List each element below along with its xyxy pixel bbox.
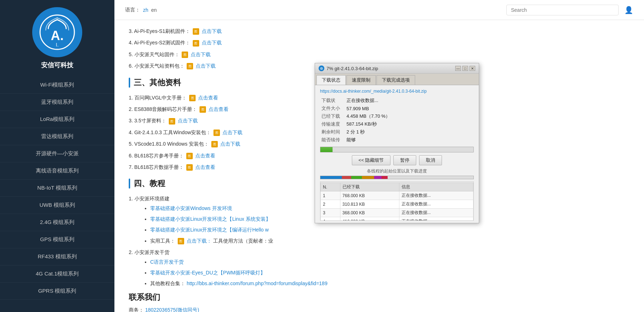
thread-table-wrapper[interactable]: N. 已经下载 信息 1768.000 KB正在接收数据...2310.813 …	[320, 181, 474, 221]
link-icon: 图	[186, 153, 193, 159]
link-icon: 图	[200, 106, 206, 113]
tab-complete-options[interactable]: 下载完成选项	[377, 75, 415, 85]
download-link[interactable]: 点击下载	[202, 40, 222, 45]
top-header: 语言： zh en 👤	[114, 0, 644, 20]
download-link[interactable]: 点击下载	[191, 52, 211, 57]
tab-download-status[interactable]: 下载状态	[316, 75, 346, 85]
sidebar-item-wifi[interactable]: Wi-Fi模组系列	[0, 77, 114, 94]
section3-title: 三、其他资料	[134, 77, 181, 88]
info-row: 剩余时间 2 分 1 秒	[320, 128, 474, 136]
sidebar-item-uwb[interactable]: UWB 模组系列	[0, 197, 114, 214]
view-link[interactable]: 点击查看	[195, 153, 215, 159]
sidebar-nav: Wi-Fi模组系列 蓝牙模组系列 LoRa模组系列 雷达模组系列 开源硬件—小安…	[0, 77, 114, 300]
download-link[interactable]: 点击下载	[202, 28, 222, 34]
table-row: 3368.000 KB正在接收数据...	[321, 209, 473, 217]
download-link[interactable]: 点击下载	[196, 63, 216, 69]
page-content: 3. Ai-Pi-Eyes-S1刷机固件： 图 点击下载 4. Ai-Pi-Ey…	[114, 20, 644, 312]
sidebar-item-nbiot[interactable]: NB-IoT 模组系列	[0, 180, 114, 197]
link-icon: 图	[193, 40, 199, 47]
sidebar-item-radar[interactable]: 雷达模组系列	[0, 128, 114, 145]
sidebar: A. I. 安信可科技 Wi-Fi模组系列 蓝牙模组系列 LoRa模组系列 雷达…	[0, 0, 114, 312]
table-row: 1768.000 KB正在接收数据...	[321, 191, 473, 200]
pause-button[interactable]: 暂停	[393, 155, 416, 165]
search-input[interactable]	[506, 5, 619, 15]
svg-text:A.: A.	[51, 28, 64, 43]
table-row: 2310.813 KB正在接收数据...	[321, 200, 473, 209]
sidebar-item-rf433[interactable]: RF433 模组系列	[0, 248, 114, 265]
user-icon[interactable]: 👤	[624, 6, 633, 14]
dialog-title-left: ◎ 7% git-2.41.0.3-64-bit.zip	[319, 65, 378, 71]
contact-business: 商务： 18022036575(微信同号)	[129, 307, 630, 312]
progress-fill	[320, 147, 333, 152]
link-icon: 图	[178, 238, 184, 244]
sub-link[interactable]: 零基础开发小安派-Eyes_DU之【PWM循环呼吸灯】	[150, 270, 265, 276]
brand-name: 安信可科技	[41, 61, 73, 69]
forum-link[interactable]: http://bbs.ai-thinker.com/forum.php?mod=…	[187, 281, 328, 286]
sidebar-item-xiaoanpai[interactable]: 开源硬件—小安派	[0, 145, 114, 162]
col-downloaded: 已经下载	[340, 183, 399, 191]
list-item: 4. Ai-Pi-Eyes-S2测试固件： 图 点击下载	[129, 39, 630, 47]
list-item: 3. Ai-Pi-Eyes-S1刷机固件： 图 点击下载	[129, 27, 630, 35]
sub-link[interactable]: 零基础搭建小安派Linux开发环境之【Linux 系统安装】	[150, 216, 271, 222]
sub-link[interactable]: C语言开发干货	[150, 259, 184, 265]
progress-bar	[320, 147, 474, 152]
list-item: 零基础开发小安派-Eyes_DU之【PWM循环呼吸灯】	[150, 269, 630, 277]
view-link[interactable]: 点击查看	[198, 95, 218, 101]
dialog-body: https://docs.ai-thinker.com/_media/git-2…	[315, 85, 479, 223]
cancel-button[interactable]: 取消	[419, 155, 442, 165]
section-bar	[129, 78, 130, 88]
list-item: C语言开发干货	[150, 258, 630, 266]
list-item: 5. 小安派天气站固件： 图 点击下载	[129, 50, 630, 58]
list-item: 2. 小安派开发干货 C语言开发干货 零基础开发小安派-Eyes_DU之【PWM…	[129, 248, 630, 288]
language-switcher: 语言： zh en	[125, 7, 157, 13]
sub-link[interactable]: 零基础搭建小安派Windows 开发环境	[150, 205, 232, 211]
lang-zh-link[interactable]: zh	[143, 7, 148, 13]
list-item: 实用工具： 图 点击下载： 工具使用方法（贡献者：业	[150, 237, 630, 245]
thread-table: N. 已经下载 信息 1768.000 KB正在接收数据...2310.813 …	[320, 182, 473, 221]
info-row: 能否续传 能够	[320, 136, 474, 144]
dialog-tabs: 下载状态 速度限制 下载完成选项	[315, 74, 479, 85]
dialog-titlebar[interactable]: ◎ 7% git-2.41.0.3-64-bit.zip — □ ✕	[315, 63, 479, 74]
link-icon: 图	[189, 95, 196, 101]
lang-en-link[interactable]: en	[151, 7, 157, 13]
dialog-url: https://docs.ai-thinker.com/_media/git-2…	[320, 89, 474, 94]
link-icon: 图	[213, 130, 220, 136]
sub-link[interactable]: 零基础搭建小安派Linux开发环境之【编译运行Hello w	[150, 227, 269, 233]
table-row: 4416.000 KB正在接收数据...	[321, 217, 473, 221]
restore-button[interactable]: □	[462, 66, 468, 71]
sidebar-item-lora[interactable]: LoRa模组系列	[0, 111, 114, 128]
minimize-button[interactable]: —	[455, 66, 461, 71]
view-link[interactable]: 点击查看	[195, 164, 215, 170]
view-link[interactable]: 点击查看	[208, 106, 228, 112]
threads-label: 各线程的起始位置以及下载进度	[320, 168, 474, 174]
titlebar-controls: — □ ✕	[455, 66, 475, 71]
dialog-info-table: 下载状 正在接收数据... 文件大小 57.909 MB 已经下载 4.458 …	[320, 97, 474, 144]
dialog-title-icon: ◎	[319, 65, 324, 71]
header-right: 👤	[506, 5, 633, 15]
download-link[interactable]: 点击下载	[220, 141, 240, 147]
hide-details-button[interactable]: << 隐藏细节	[352, 155, 391, 165]
link-icon: 图	[187, 63, 193, 69]
close-button[interactable]: ✕	[470, 66, 475, 71]
download-link[interactable]: 点击下载	[222, 130, 242, 135]
info-row: 文件大小 57.909 MB	[320, 104, 474, 112]
col-n: N.	[321, 183, 340, 191]
sub-list: C语言开发干货 零基础开发小安派-Eyes_DU之【PWM循环呼吸灯】 其他教程…	[129, 258, 630, 288]
sidebar-item-voice[interactable]: 离线语音模组系列	[0, 162, 114, 180]
section-bar	[129, 179, 130, 189]
business-phone[interactable]: 18022036575(微信同号)	[145, 307, 199, 312]
table-header-row: N. 已经下载 信息	[321, 183, 473, 191]
sidebar-item-bluetooth[interactable]: 蓝牙模组系列	[0, 94, 114, 111]
download-dialog: ◎ 7% git-2.41.0.3-64-bit.zip — □ ✕ 下载状态 …	[315, 63, 479, 223]
sidebar-item-gprs[interactable]: GPRS 模组系列	[0, 283, 114, 300]
sidebar-item-4g[interactable]: 4G Cat.1模组系列	[0, 265, 114, 283]
download-link[interactable]: 点击下载	[178, 118, 198, 123]
sidebar-item-2g4[interactable]: 2.4G 模组系列	[0, 214, 114, 231]
link-icon: 图	[193, 28, 199, 35]
contact-section: 联系我们 商务： 18022036575(微信同号) 邮箱： support@a…	[129, 292, 630, 312]
download-link[interactable]: 点击下载：	[187, 238, 212, 244]
link-icon: 图	[211, 141, 218, 147]
tab-speed-limit[interactable]: 速度限制	[346, 75, 376, 85]
sidebar-item-gps[interactable]: GPS 模组系列	[0, 231, 114, 248]
dialog-title-text: 7% git-2.41.0.3-64-bit.zip	[326, 66, 378, 71]
